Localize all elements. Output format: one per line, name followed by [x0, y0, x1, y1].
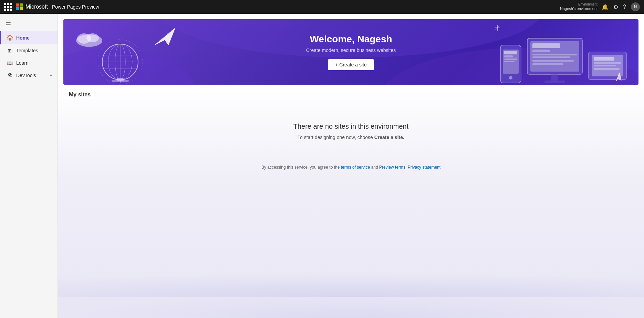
sidebar-devtools-label: DevTools [16, 73, 46, 78]
sidebar-templates-label: Templates [16, 48, 52, 53]
microsoft-logo: Microsoft [16, 3, 48, 10]
no-sites-container: There are no sites in this environment T… [58, 102, 644, 161]
create-site-button[interactable]: + Create a site [328, 59, 373, 70]
svg-rect-38 [551, 74, 558, 81]
hero-banner: Welcome, Nagesh Create modern, secure bu… [63, 19, 638, 85]
settings-icon[interactable]: ⚙ [613, 4, 618, 10]
svg-rect-35 [532, 56, 570, 58]
footer-text-mid: and [370, 165, 379, 170]
svg-rect-42 [594, 57, 614, 61]
hero-subtitle: Create modern, secure business websites [306, 47, 396, 53]
sparkle-decoration [494, 24, 501, 33]
sidebar-menu-toggle[interactable]: ☰ [0, 17, 58, 30]
devtools-icon: 🛠 [7, 73, 13, 78]
sidebar: ☰ 🏠 Home ⊞ Templates 📖 Learn 🛠 DevTools … [0, 14, 58, 318]
my-sites-label: My sites [58, 85, 644, 102]
learn-icon: 📖 [7, 60, 13, 66]
no-sites-title: There are no sites in this environment [293, 123, 409, 130]
app-body: ☰ 🏠 Home ⊞ Templates 📖 Learn 🛠 DevTools … [0, 14, 644, 318]
footer-text-end: . [405, 165, 408, 170]
user-avatar[interactable]: N [631, 2, 640, 11]
notification-icon[interactable]: 🔔 [602, 4, 609, 10]
home-icon: 🏠 [7, 34, 13, 41]
footer-text-before: By accessing this service, you agree to … [261, 165, 341, 170]
help-icon[interactable]: ? [623, 4, 626, 10]
svg-rect-36 [532, 60, 574, 62]
svg-rect-44 [594, 65, 616, 66]
svg-rect-25 [504, 51, 517, 54]
templates-icon: ⊞ [7, 48, 13, 53]
environment-info[interactable]: Environment Nagesh's environment [560, 2, 598, 11]
my-sites-section: My sites There are no sites in this envi… [58, 85, 644, 318]
svg-rect-34 [532, 54, 577, 55]
no-sites-sub: To start designing one now, choose Creat… [298, 135, 404, 140]
sidebar-item-devtools[interactable]: 🛠 DevTools ▾ [0, 69, 58, 82]
svg-rect-45 [594, 68, 620, 70]
cloud-left-icon [74, 30, 105, 48]
footer: By accessing this service, you agree to … [58, 161, 644, 174]
sidebar-home-label: Home [16, 35, 52, 41]
svg-point-18 [86, 33, 99, 42]
no-sites-sub-text: To start designing one now, choose [298, 135, 374, 140]
main-content: Welcome, Nagesh Create modern, secure bu… [58, 14, 644, 318]
paper-plane-illustration [153, 26, 177, 48]
preview-terms-link[interactable]: Preview terms [379, 165, 405, 170]
svg-rect-32 [532, 43, 560, 48]
sidebar-learn-label: Learn [16, 60, 52, 66]
terms-of-service-link[interactable]: terms of service [341, 165, 370, 170]
hero-center: Welcome, Nagesh Create modern, secure bu… [306, 34, 396, 70]
svg-rect-37 [532, 63, 563, 65]
svg-rect-43 [594, 62, 621, 64]
waffle-menu[interactable] [4, 3, 12, 11]
svg-rect-27 [504, 59, 517, 60]
chevron-down-icon: ▾ [50, 73, 52, 78]
app-title: Power Pages Preview [52, 4, 99, 10]
svg-point-29 [509, 76, 512, 80]
svg-rect-28 [504, 61, 515, 62]
svg-marker-14 [155, 28, 175, 45]
topbar: Microsoft Power Pages Preview Environmen… [0, 0, 644, 14]
sidebar-item-templates[interactable]: ⊞ Templates [0, 44, 58, 57]
microsoft-label: Microsoft [25, 4, 48, 10]
privacy-statement-link[interactable]: Privacy statement [408, 165, 440, 170]
environment-name: Nagesh's environment [560, 7, 598, 11]
sidebar-item-home[interactable]: 🏠 Home [0, 31, 58, 44]
environment-label: Environment [578, 2, 598, 7]
sidebar-item-learn[interactable]: 📖 Learn [0, 57, 58, 69]
svg-rect-39 [544, 81, 565, 83]
device-mockups [499, 36, 628, 85]
no-sites-create-link: Create a site. [374, 135, 404, 140]
svg-rect-33 [532, 50, 550, 52]
svg-rect-26 [504, 55, 513, 57]
topbar-icons: 🔔 ⚙ ? N [602, 2, 640, 11]
hero-title: Welcome, Nagesh [306, 34, 396, 45]
